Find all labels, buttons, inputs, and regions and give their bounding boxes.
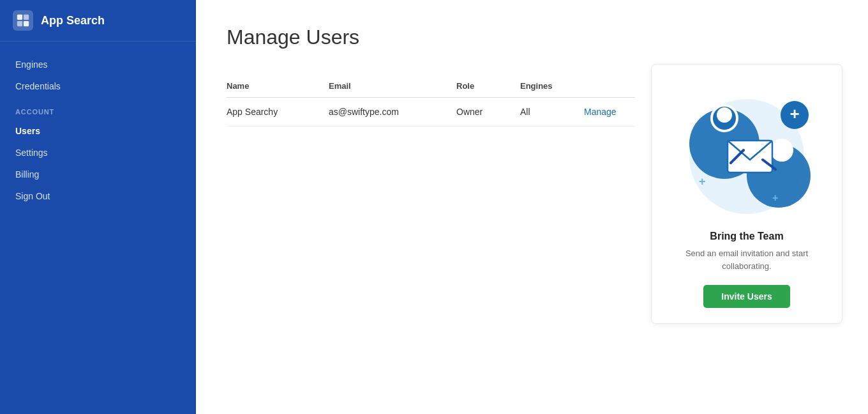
sidebar-item-engines[interactable]: Engines xyxy=(0,54,196,75)
svg-rect-2 xyxy=(17,21,22,26)
invite-users-button[interactable]: Invite Users xyxy=(703,285,789,308)
table-row: App Searchy as@swiftype.com Owner All Ma… xyxy=(227,98,635,126)
manage-link[interactable]: Manage xyxy=(584,107,617,117)
users-table: Name Email Role Engines App Searchy as@s… xyxy=(227,75,635,126)
sidebar-nav: Engines Credentials ACCOUNT Users Settin… xyxy=(0,42,196,219)
svg-text:+: + xyxy=(789,104,799,123)
col-header-email: Email xyxy=(329,75,456,98)
sidebar-item-credentials[interactable]: Credentials xyxy=(0,76,196,96)
col-header-name: Name xyxy=(227,75,329,98)
user-email: as@swiftype.com xyxy=(329,98,456,126)
svg-text:+: + xyxy=(772,192,778,203)
sidebar-item-billing[interactable]: Billing xyxy=(0,164,196,185)
user-role: Owner xyxy=(456,98,520,126)
sidebar-item-sign-out[interactable]: Sign Out xyxy=(0,186,196,206)
app-logo xyxy=(13,10,33,31)
sidebar-header: App Search xyxy=(0,0,196,42)
sidebar: App Search Engines Credentials ACCOUNT U… xyxy=(0,0,196,414)
col-header-engines: Engines xyxy=(520,75,584,98)
col-header-role: Role xyxy=(456,75,520,98)
sidebar-title: App Search xyxy=(41,14,105,27)
svg-rect-0 xyxy=(17,15,22,20)
svg-text:+: + xyxy=(699,175,706,188)
sidebar-item-users[interactable]: Users xyxy=(0,121,196,141)
account-section-label: ACCOUNT xyxy=(0,98,196,119)
promo-card: + + + + Bring the Team Send an email inv… xyxy=(651,64,842,324)
svg-rect-1 xyxy=(24,15,29,20)
promo-subtitle: Send an email invitation and start colla… xyxy=(667,247,827,272)
promo-title: Bring the Team xyxy=(667,231,827,242)
svg-rect-3 xyxy=(24,21,29,26)
svg-point-8 xyxy=(717,107,732,123)
promo-illustration: + + + + xyxy=(677,80,817,220)
main-content: Manage Users Name Email Role Engines App… xyxy=(196,0,868,414)
svg-point-10 xyxy=(770,139,793,162)
sidebar-item-settings[interactable]: Settings xyxy=(0,142,196,163)
user-name: App Searchy xyxy=(227,98,329,126)
user-engines: All xyxy=(520,98,584,126)
page-title: Manage Users xyxy=(227,26,837,49)
logo-icon xyxy=(16,13,30,27)
col-header-action xyxy=(584,75,635,98)
